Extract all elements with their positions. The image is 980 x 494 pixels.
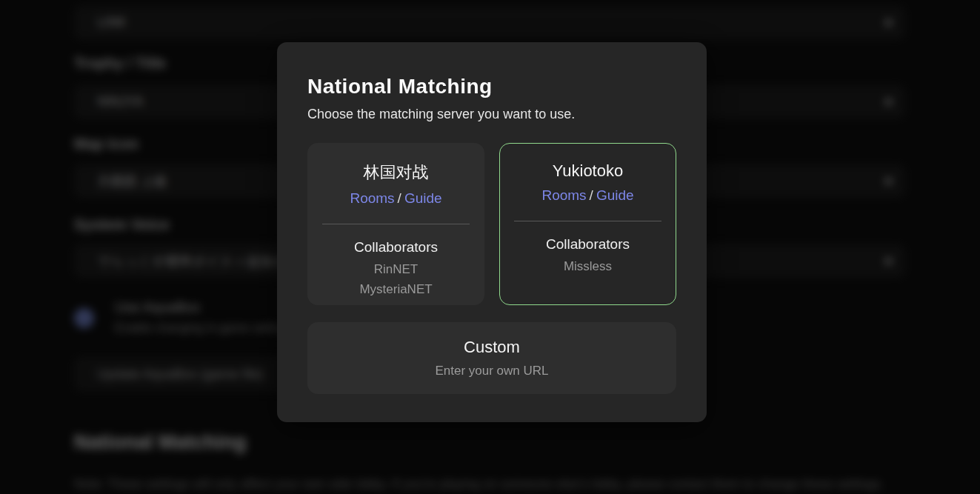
dialog-subtitle: Choose the matching server you want to u… [307, 107, 676, 122]
card-divider [514, 221, 661, 221]
server-links: Rooms/Guide [500, 187, 676, 204]
national-matching-dialog: National Matching Choose the matching se… [277, 42, 707, 422]
guide-link[interactable]: Guide [404, 190, 442, 206]
custom-server-card[interactable]: Custom Enter your own URL [307, 322, 676, 394]
rooms-link[interactable]: Rooms [350, 190, 394, 206]
custom-card-title: Custom [464, 338, 520, 357]
collaborators-list: RinNET MysteriaNET [308, 259, 484, 299]
collaborator: Missless [500, 256, 676, 276]
rooms-link[interactable]: Rooms [541, 187, 586, 203]
custom-card-subtitle: Enter your own URL [435, 364, 548, 378]
server-name: Yukiotoko [500, 161, 676, 181]
server-links: Rooms/Guide [308, 190, 484, 207]
card-divider [322, 224, 470, 224]
guide-link[interactable]: Guide [596, 187, 634, 203]
server-name: 林国对战 [308, 161, 484, 184]
settings-page: LINK Trophy / Title NINJYA Map Icon 天覇図 … [0, 0, 980, 494]
server-options-row: 林国对战 Rooms/Guide Collaborators RinNET My… [307, 143, 676, 305]
collaborator: RinNET [308, 259, 484, 279]
collaborators-heading: Collaborators [500, 236, 676, 253]
collaborators-heading: Collaborators [308, 239, 484, 256]
collaborators-list: Missless [500, 256, 676, 276]
link-separator: / [587, 187, 596, 203]
collaborator: MysteriaNET [308, 279, 484, 299]
server-card-linguo[interactable]: 林国对战 Rooms/Guide Collaborators RinNET My… [307, 143, 484, 305]
server-card-yukiotoko[interactable]: Yukiotoko Rooms/Guide Collaborators Miss… [499, 143, 676, 305]
link-separator: / [395, 190, 404, 206]
dialog-title: National Matching [307, 75, 676, 99]
